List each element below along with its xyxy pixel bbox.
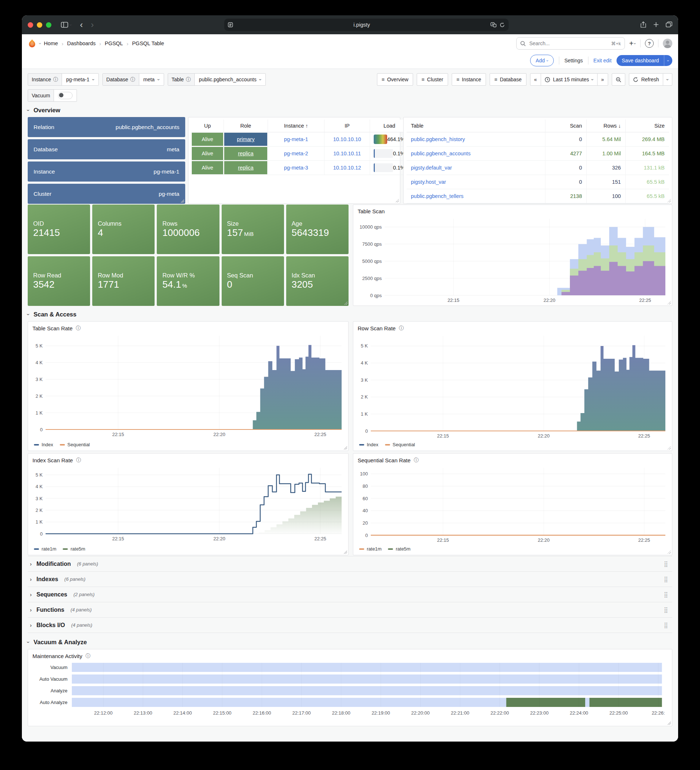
breadcrumb-item[interactable]: PGSQL [105, 40, 123, 46]
settings-button[interactable]: Settings [564, 58, 583, 63]
share-icon[interactable] [640, 21, 647, 28]
legend-item[interactable]: Index [359, 442, 378, 447]
grafana-logo[interactable] [28, 39, 36, 48]
variable-dropdown[interactable]: public.pgbench_accounts› [195, 74, 265, 85]
section-row-functions[interactable]: ›Functions(4 panels)⣿ [28, 602, 672, 618]
info-icon[interactable]: ⓘ [399, 325, 404, 332]
section-header-vacuum-analyze[interactable]: › Vacuum & Analyze [28, 635, 672, 649]
ip-link[interactable]: 10.10.10.11 [333, 150, 361, 157]
column-header[interactable]: Instance ↑ [268, 120, 325, 132]
new-tab-icon[interactable] [653, 21, 659, 28]
info-icon[interactable]: ⓘ [186, 76, 191, 83]
section-row-indexes[interactable]: ›Indexes(6 panels)⣿ [28, 572, 672, 587]
refresh-button[interactable]: Refresh [629, 74, 663, 85]
minimize-window-button[interactable] [37, 22, 42, 28]
zoom-window-button[interactable] [46, 22, 52, 28]
role-link[interactable]: replica [238, 165, 254, 171]
resize-handle[interactable] [395, 199, 399, 202]
info-icon[interactable]: ⓘ [131, 76, 136, 83]
time-range-picker[interactable]: Last 15 minutes › [541, 74, 598, 85]
instance-link[interactable]: pg-meta-2 [284, 150, 308, 157]
dashboard-link-instance[interactable]: ≡Instance [452, 73, 486, 86]
role-link[interactable]: primary [237, 136, 254, 142]
tab-overview-icon[interactable] [666, 21, 672, 28]
refresh-interval-button[interactable]: › [663, 74, 672, 85]
legend-item[interactable]: Index [34, 442, 53, 447]
section-row-sequences[interactable]: ›Sequences(2 panels)⣿ [28, 587, 672, 602]
resize-handle[interactable] [667, 721, 671, 725]
exit-edit-button[interactable]: Exit edit [593, 58, 612, 63]
info-icon[interactable]: ⓘ [76, 325, 81, 332]
org-switch-chevron-icon[interactable]: › [38, 43, 43, 44]
section-header-overview[interactable]: › Overview [28, 103, 672, 117]
add-button[interactable]: Add› [530, 55, 554, 66]
time-zoom-out-button[interactable] [612, 74, 625, 85]
instance-link[interactable]: pg-meta-1 [284, 136, 308, 142]
column-header[interactable]: Rows ↓ [587, 120, 626, 132]
breadcrumb-item[interactable]: PGSQL Table [132, 40, 164, 46]
time-shift-back-button[interactable]: « [530, 74, 541, 85]
legend-item[interactable]: Sequential [60, 442, 90, 447]
dashboard-link-database[interactable]: ≡Database [490, 73, 527, 86]
section-row-blocks-i-o[interactable]: ›Blocks I/O(4 panels)⣿ [28, 618, 672, 633]
vacuum-toggle[interactable] [58, 92, 73, 99]
info-icon[interactable]: ⓘ [76, 457, 81, 463]
legend-item[interactable]: rate5m [388, 546, 410, 552]
address-bar[interactable]: i.pigsty A [224, 19, 509, 31]
drag-handle-icon[interactable]: ⣿ [664, 561, 670, 567]
search-box[interactable]: ⌘+k [516, 37, 625, 50]
table-link[interactable]: public.pgbench_history [411, 136, 465, 142]
info-icon[interactable]: ⓘ [53, 76, 58, 83]
translate-icon[interactable]: A [490, 22, 496, 28]
new-button[interactable]: +› [629, 39, 636, 48]
column-header[interactable]: IP [325, 120, 370, 132]
drag-handle-icon[interactable]: ⣿ [664, 622, 670, 629]
drag-handle-icon[interactable]: ⣿ [664, 576, 670, 582]
column-header[interactable]: Up [191, 120, 224, 132]
table-link[interactable]: pigsty.host_var [411, 179, 446, 185]
resize-handle[interactable] [181, 199, 184, 203]
dashboard-link-overview[interactable]: ≡Overview [377, 73, 414, 86]
resize-handle[interactable] [343, 446, 347, 450]
save-dashboard-button[interactable]: Save dashboard [616, 55, 664, 66]
section-header-scan-access[interactable]: › Scan & Access [28, 307, 672, 321]
resize-handle[interactable] [667, 446, 671, 450]
legend-item[interactable]: Sequential [385, 442, 415, 447]
reload-icon[interactable] [500, 22, 505, 28]
column-header[interactable]: Table [406, 120, 545, 132]
role-link[interactable]: replica [238, 150, 254, 157]
dashboard-link-cluster[interactable]: ≡Cluster [417, 73, 448, 86]
breadcrumb-item[interactable]: Dashboards [67, 40, 95, 46]
forward-button[interactable]: › [88, 20, 96, 29]
help-button[interactable]: ? [645, 39, 654, 48]
column-header[interactable]: Scan [545, 120, 587, 132]
sidebar-toggle-button[interactable]: › [58, 20, 74, 29]
variable-dropdown[interactable]: pg-meta-1› [62, 74, 98, 85]
resize-handle[interactable] [344, 301, 348, 305]
info-icon[interactable]: ⓘ [414, 457, 419, 463]
ip-link[interactable]: 10.10.10.10 [333, 136, 361, 142]
table-link[interactable]: public.pgbench_tellers [411, 193, 463, 199]
table-link[interactable]: public.pgbench_accounts [411, 150, 471, 157]
breadcrumb-item[interactable]: Home [44, 40, 58, 46]
resize-handle[interactable] [667, 199, 671, 202]
table-link[interactable]: pigsty.default_var [411, 165, 452, 171]
ip-link[interactable]: 10.10.10.12 [333, 165, 361, 171]
variable-dropdown[interactable]: meta› [139, 74, 163, 85]
resize-handle[interactable] [343, 550, 347, 554]
legend-item[interactable]: rate5m [63, 546, 85, 552]
time-shift-forward-button[interactable]: » [598, 74, 608, 85]
resize-handle[interactable] [667, 301, 671, 304]
avatar[interactable] [663, 39, 672, 48]
info-icon[interactable]: ⓘ [86, 653, 91, 659]
drag-handle-icon[interactable]: ⣿ [664, 591, 670, 598]
resize-handle[interactable] [667, 550, 671, 554]
column-header[interactable]: Role [224, 120, 268, 132]
legend-item[interactable]: rate1m [359, 546, 382, 552]
reader-icon[interactable] [228, 22, 233, 28]
save-options-button[interactable]: › [664, 55, 672, 66]
instance-link[interactable]: pg-meta-3 [284, 165, 308, 171]
search-input[interactable] [529, 40, 608, 47]
column-header[interactable]: Size [626, 120, 669, 132]
section-row-modification[interactable]: ›Modification(6 panels)⣿ [28, 556, 672, 572]
